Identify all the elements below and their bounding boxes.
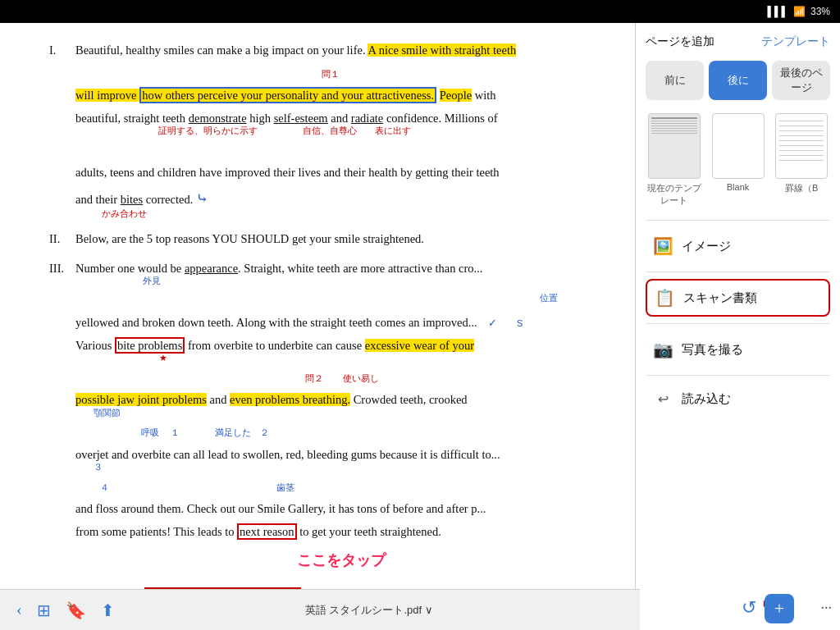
document-area: I. Beautiful, healthy smiles can make a … — [0, 23, 640, 589]
item-text-1: Beautiful, healthy smiles can make a big… — [75, 43, 607, 102]
menu-camera-label: 写真を撮る — [682, 342, 743, 358]
item-body-1: Beautiful, healthy smiles can make a big… — [75, 39, 607, 221]
btn-last[interactable]: 最後のページ — [772, 61, 830, 100]
item-num-2: II. — [49, 228, 75, 251]
menu-image-label: イメージ — [682, 239, 731, 254]
template-lined[interactable]: 罫線（B — [773, 113, 830, 207]
item-text-1c: adults, teens and children have improved… — [75, 166, 500, 179]
back-icon[interactable]: ‹ — [16, 600, 22, 619]
thumb-lines — [779, 121, 824, 165]
highlight-3: People — [440, 89, 472, 102]
list-item-3: III. Number one would be appearance. Str… — [49, 258, 607, 578]
menu-scan-label: スキャン書類 — [683, 290, 757, 306]
template-row: 現在のテンプレート Blank 罫線（B — [646, 113, 830, 207]
underline-demonstrate: demonstrate — [189, 112, 247, 125]
btn-after[interactable]: 後に — [709, 61, 767, 100]
box-next-reason: next reason — [237, 523, 296, 540]
underline-radiate: radiate — [351, 112, 383, 125]
battery-indicator: 33% — [810, 6, 830, 17]
item-text-3d: possible jaw joint problems and even pro… — [75, 393, 468, 406]
annot-3: ３ — [92, 461, 607, 473]
annot-checkmark: ✓ — [488, 317, 497, 329]
box-bite-problems: bite problems — [115, 337, 185, 354]
item-text-2: Below, are the 5 top reasons YOU SHOULD … — [75, 232, 424, 245]
annot-gum: 歯茎 — [276, 482, 294, 492]
right-panel: ページを追加 テンプレート 前に 後に 最後のページ 現在のテンプレート — [635, 23, 840, 630]
thumb-label-blank: Blank — [727, 182, 750, 192]
highlight-2: will improve — [75, 89, 139, 102]
menu-import-label: 読み込む — [682, 391, 731, 407]
item-text-3c: Various bite problems from overbite to u… — [75, 337, 474, 354]
item-text-3b: yellowed and broken down teeth. Along wi… — [75, 316, 480, 329]
bookmark-icon[interactable]: 🔖 — [66, 600, 86, 620]
template-blank[interactable]: Blank — [710, 113, 767, 207]
blue-arrow-corrected: ⤷ — [196, 190, 208, 207]
thumb-label-current: 現在のテンプレート — [646, 182, 703, 207]
highlight-1: A nice smile with straight teeth — [368, 43, 516, 57]
camera-icon: 📷 — [652, 340, 673, 359]
annot-4: ４ — [100, 482, 109, 492]
tap-here-label: ここをタップ — [75, 546, 607, 574]
plus-button[interactable]: + — [765, 594, 794, 623]
toolbar-left: ‹ ⊞ 🔖 ⬆ — [16, 600, 115, 620]
template-current[interactable]: 現在のテンプレート — [646, 113, 703, 207]
menu-scan[interactable]: 📋 スキャン書類 — [646, 279, 830, 317]
image-icon: 🖼️ — [652, 236, 673, 256]
item-num-3: III. — [49, 258, 75, 578]
annot-satisfied: 満足した ２ — [215, 427, 269, 437]
bottom-toolbar: ‹ ⊞ 🔖 ⬆ 英語 スタイルシート.pdf ∨ — [0, 589, 640, 630]
highlight-box-1: how others perceive your personality and… — [139, 87, 436, 103]
redo-icon: ↺ — [742, 597, 756, 618]
annot-use: 使い易し — [343, 373, 379, 383]
underline-selfesteem: self-esteem — [274, 112, 328, 125]
menu-import[interactable]: ↩ 読み込む — [646, 382, 830, 416]
share-icon[interactable]: ⬆ — [101, 600, 115, 620]
annot-s: S — [517, 318, 523, 328]
grid-icon[interactable]: ⊞ — [37, 600, 51, 620]
list-item-2: II. Below, are the 5 top reasons YOU SHO… — [49, 228, 607, 251]
panel-divider-3 — [646, 323, 830, 324]
thumb-img-blank — [712, 113, 765, 179]
item-text-3e: overjet and overbite can all lead to swo… — [75, 448, 500, 461]
menu-image[interactable]: 🖼️ イメージ — [646, 227, 830, 265]
item-text-3g: from some patients! This leads to next r… — [75, 523, 441, 540]
menu-camera[interactable]: 📷 写真を撮る — [646, 331, 830, 368]
thumb-img-lined — [775, 113, 828, 179]
item-body-3: Number one would be appearance. Straight… — [75, 258, 607, 578]
panel-divider-1 — [646, 220, 830, 221]
annot-bites: かみ合わせ — [100, 208, 607, 220]
filename-label[interactable]: 英語 スタイルシート.pdf ∨ — [305, 603, 433, 618]
redo-button[interactable]: ↺ — [742, 597, 756, 619]
status-bar: ▌▌▌ 📶 33% — [0, 0, 840, 23]
panel-title: ページを追加 — [646, 34, 714, 49]
btn-before[interactable]: 前に — [646, 61, 704, 100]
list-item-1: I. Beautiful, healthy smiles can make a … — [49, 39, 607, 221]
plus-icon: + — [774, 598, 784, 619]
more-button[interactable]: ··· — [821, 600, 833, 617]
page-position-buttons: 前に 後に 最後のページ — [646, 61, 830, 100]
scan-icon: 📋 — [654, 288, 675, 308]
panel-header: ページを追加 テンプレート — [646, 34, 830, 49]
wifi-indicator: 📶 — [793, 6, 806, 17]
panel-divider-2 — [646, 272, 830, 272]
annot-q1: 問１ — [322, 69, 340, 79]
item-text-1d: and their bites corrected. — [75, 193, 196, 206]
annot-num1: １ — [171, 427, 180, 437]
annot-jaw: 顎関節 — [92, 407, 607, 419]
annot-prove: 証明する、明らかに示す 自信、自尊心 表に出す — [75, 125, 607, 137]
underline-bites: bites — [121, 193, 143, 206]
more-icon: ··· — [821, 600, 833, 616]
item-body-2: Below, are the 5 top reasons YOU SHOULD … — [75, 228, 607, 251]
template-link[interactable]: テンプレート — [761, 34, 830, 49]
thumb-img-current — [648, 113, 701, 179]
thumb-label-lined: 罫線（B — [785, 182, 818, 194]
item-text-3f: and floss around them. Check out our Smi… — [75, 502, 486, 515]
annot-breathing: 呼吸 — [141, 427, 159, 437]
hl-excessive: excessive wear of your — [365, 339, 474, 352]
annot-appearance: 外見 — [141, 275, 607, 287]
panel-divider-4 — [646, 375, 830, 376]
hl-breathing: even problems breathing. — [230, 393, 350, 406]
import-icon: ↩ — [652, 391, 673, 407]
annot-q2: 問２ — [305, 373, 323, 383]
item-num-1: I. — [49, 39, 75, 221]
